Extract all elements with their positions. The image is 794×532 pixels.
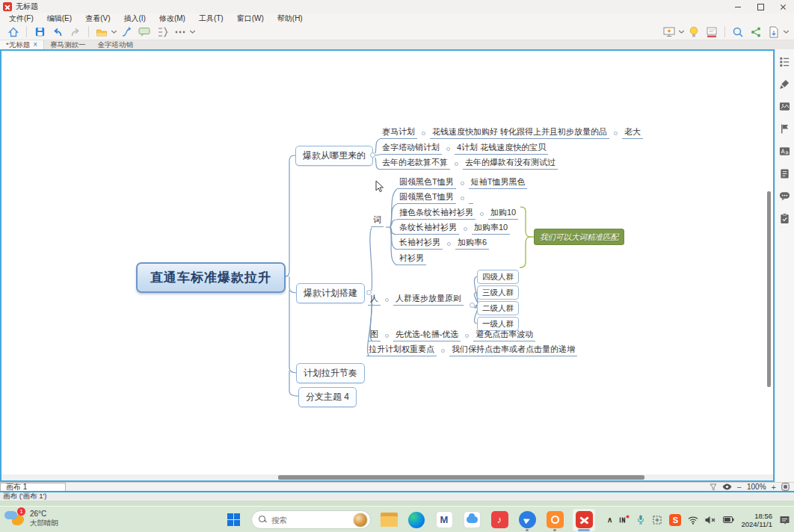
task-clipboard-icon[interactable] [779, 212, 791, 224]
microphone-icon[interactable] [636, 514, 645, 525]
wifi-icon[interactable] [688, 516, 698, 525]
subtopic[interactable]: 避免点击率波动 [473, 329, 535, 341]
menu-help[interactable]: 帮助(H) [271, 13, 310, 24]
sheet-tab-canvas1[interactable]: 画布 1 [0, 483, 66, 491]
subtopic[interactable]: 4计划 花钱速度快的宝贝 [455, 142, 548, 155]
outline-icon[interactable] [779, 55, 791, 67]
taskbar-clock[interactable]: 18:56 2024/11/1 [741, 512, 772, 528]
minimize-button[interactable] [727, 0, 749, 13]
image-icon[interactable] [779, 100, 791, 112]
taskbar-camera-app[interactable] [545, 509, 564, 531]
subtopic[interactable]: 加购率10 [472, 222, 510, 235]
topic-row[interactable]: 圆领黑色T恤男 [397, 191, 473, 204]
topic-weight-points[interactable]: 拉升计划权重要点 我们保持点击率或者点击量的递增 [366, 344, 577, 356]
subtopic[interactable]: 金字塔动销计划 [380, 142, 442, 155]
redo-icon[interactable] [68, 25, 83, 39]
doc-tab-saima[interactable]: 赛马测款一 [44, 40, 92, 49]
topic-branch-4[interactable]: 分支主题 4 [298, 387, 357, 407]
relationship-icon[interactable] [119, 25, 134, 39]
start-button[interactable] [224, 509, 243, 531]
topic-lift-rhythm[interactable]: 计划拉升节奏 [296, 363, 365, 383]
battery-icon[interactable] [723, 516, 734, 524]
doc-tab-untitled[interactable]: *无标题 × [0, 40, 44, 49]
taskbar-weather-widget[interactable]: 1 26°C 大部晴朗 [4, 509, 58, 528]
menu-modify[interactable]: 修改(M) [153, 13, 192, 24]
callout-icon[interactable] [137, 25, 152, 39]
style-dropdown-caret[interactable] [111, 25, 117, 39]
theme-icon[interactable] [704, 25, 719, 39]
menu-edit[interactable]: 编辑(E) [40, 13, 79, 24]
volume-muted-icon[interactable] [705, 516, 716, 525]
sogou-icon[interactable]: S [669, 514, 681, 526]
ime-tray-icon[interactable] [619, 515, 630, 525]
home-icon[interactable] [6, 25, 21, 39]
taskbar-search[interactable] [251, 510, 371, 529]
menu-view[interactable]: 查看(V) [79, 13, 117, 24]
subtopic[interactable]: 长袖衬衫男 [397, 237, 443, 250]
menu-insert[interactable]: 插入(I) [117, 13, 152, 24]
snip-tool-icon[interactable] [652, 515, 662, 525]
lightbulb-icon[interactable] [686, 25, 701, 39]
topic-row[interactable]: 圆领黑色T恤男 短袖T恤男黑色 [397, 176, 527, 189]
presentation-caret[interactable] [678, 25, 685, 39]
topic-row[interactable]: 条纹长袖衬衫男 加购率10 [397, 222, 510, 235]
vertical-scrollbar[interactable] [767, 191, 771, 387]
save-icon[interactable] [32, 25, 47, 39]
topic-plan-building[interactable]: 爆款计划搭建 [296, 283, 365, 303]
subtopic[interactable]: 衬衫男 [397, 253, 426, 265]
topic-level3-crowd[interactable]: 三级人群 [477, 285, 519, 300]
taskbar-explorer[interactable] [379, 509, 398, 531]
subtopic[interactable]: 短袖T恤男黑色 [469, 176, 528, 189]
topic-where-hits-come-from[interactable]: 爆款从哪里来的 [295, 146, 373, 166]
subtopic[interactable]: 图 [368, 329, 381, 341]
menu-tools[interactable]: 工具(T) [192, 13, 230, 24]
topic-level2-crowd[interactable]: 二级人群 [477, 301, 519, 315]
summary-callout[interactable]: 我们可以大词精准匹配 [534, 229, 624, 245]
topic-row[interactable]: 赛马计划 花钱速度快加购好 转化跟得上并且初步放量的品 老大 [380, 126, 643, 139]
subtopic[interactable]: 圆领黑色T恤男 [397, 191, 456, 204]
taskbar-xmind-active[interactable] [573, 509, 595, 531]
notification-icon[interactable] [779, 515, 790, 525]
search-highlight-avatar[interactable] [353, 513, 368, 528]
subtopic[interactable]: 词 [371, 214, 384, 227]
subtopic[interactable]: 条纹长袖衬衫男 [397, 222, 459, 235]
menu-file[interactable]: 文件(F) [2, 13, 40, 24]
subtopic[interactable]: 花钱速度快加购好 转化跟得上并且初步放量的品 [430, 126, 609, 139]
maximize-button[interactable] [749, 0, 772, 13]
more-tools-icon[interactable] [173, 25, 188, 39]
horizontal-scrollbar-track[interactable] [1, 474, 773, 480]
fit-window-icon[interactable] [781, 483, 790, 491]
collapse-dot[interactable] [470, 303, 475, 308]
taskbar-mindmaster[interactable]: M [434, 509, 454, 531]
font-icon[interactable] [779, 145, 791, 157]
doc-tab-jinzita[interactable]: 金字塔动销 [92, 40, 140, 49]
presentation-icon[interactable] [662, 25, 677, 39]
search-icon[interactable] [730, 25, 745, 39]
topic-level4-crowd[interactable]: 四级人群 [477, 270, 519, 284]
central-topic[interactable]: 直通车标准爆款拉升 [136, 262, 286, 293]
tray-chevron-icon[interactable]: ∧ [607, 516, 612, 524]
subtopic[interactable]: 我们保持点击率或者点击量的递增 [449, 344, 577, 356]
search-input[interactable] [271, 516, 346, 525]
eye-icon[interactable] [722, 483, 732, 490]
subtopic[interactable]: 先优选-轮播-优选 [393, 329, 461, 341]
horizontal-scrollbar[interactable] [278, 475, 644, 480]
export-icon[interactable] [766, 25, 781, 39]
subtopic[interactable]: 圆领黑色T恤男 [397, 176, 456, 189]
more-tools-caret[interactable] [189, 25, 196, 39]
summary-icon[interactable] [155, 25, 170, 39]
close-button[interactable] [772, 0, 794, 13]
subtopic[interactable]: 赛马计划 [380, 126, 417, 139]
collapse-dot[interactable] [370, 152, 375, 158]
subtopic[interactable]: 拉升计划权重要点 [366, 344, 437, 356]
topic-row[interactable]: 衬衫男 [397, 253, 426, 265]
subtopic[interactable]: 老大 [622, 126, 643, 139]
comment-icon[interactable] [779, 190, 791, 202]
filter-icon[interactable] [710, 483, 717, 491]
collapse-dot[interactable] [366, 290, 372, 295]
taskbar-music-app[interactable]: ♪ [490, 509, 509, 531]
style-icon[interactable] [94, 25, 109, 39]
subtopic[interactable] [469, 201, 473, 204]
subtopic[interactable]: 撞色条纹长袖衬衫男 [397, 207, 476, 220]
menu-window[interactable]: 窗口(W) [230, 13, 271, 24]
